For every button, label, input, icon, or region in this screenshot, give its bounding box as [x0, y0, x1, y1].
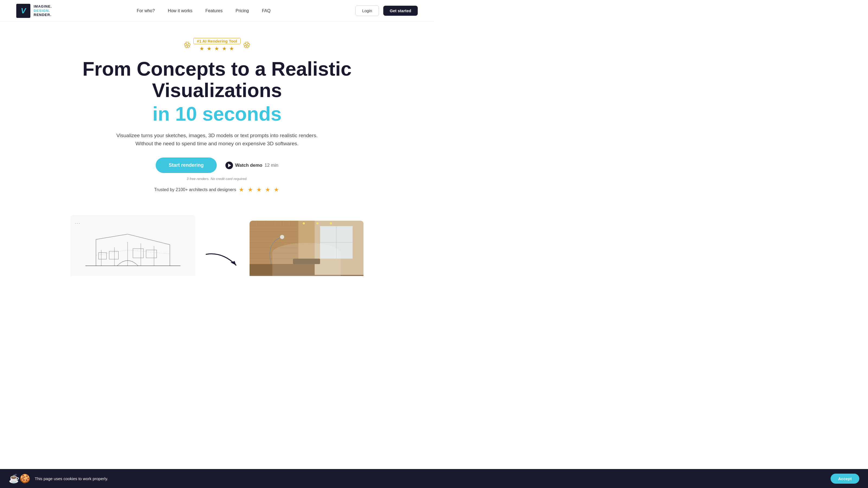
navbar: V IMAGINE. DESIGN. RENDER. For who? How … [0, 0, 434, 22]
trust-line: Trusted by 2100+ architects and designer… [154, 186, 280, 193]
nav-features[interactable]: Features [205, 8, 222, 13]
logo[interactable]: V IMAGINE. DESIGN. RENDER. [16, 4, 52, 18]
nav-pricing[interactable]: Pricing [236, 8, 249, 13]
svg-line-3 [128, 234, 170, 245]
interior-render-svg [250, 221, 364, 275]
svg-rect-12 [133, 249, 144, 258]
hero-desc-line1: Visualizee turns your sketches, images, … [116, 133, 318, 138]
svg-point-38 [303, 222, 305, 225]
watch-demo-label: Watch demo [235, 163, 262, 168]
showcase-section: ... [0, 204, 434, 276]
nav-how-it-works[interactable]: How it works [168, 8, 193, 13]
svg-marker-16 [230, 261, 236, 265]
award-badge: 🏵 #1 AI Rendering Tool ★ ★ ★ ★ ★ 🏵 [184, 38, 250, 52]
svg-point-41 [280, 235, 284, 239]
watch-demo-button[interactable]: Watch demo 12 min [225, 162, 278, 169]
curved-arrow-svg [201, 249, 244, 270]
svg-line-15 [128, 250, 170, 254]
svg-point-39 [316, 222, 318, 225]
nav-links: For who? How it works Features Pricing F… [137, 8, 271, 13]
sketch-panel: ... [70, 215, 195, 276]
hero-description: Visualizee turns your sketches, images, … [116, 131, 318, 148]
sketch-area [75, 228, 191, 272]
badge-title: #1 AI Rendering Tool [193, 38, 241, 44]
login-button[interactable]: Login [355, 5, 379, 16]
svg-rect-10 [99, 253, 106, 259]
trust-stars: ★ ★ ★ ★ ★ [239, 186, 280, 193]
svg-rect-11 [109, 251, 118, 259]
nav-actions: Login Get started [355, 5, 418, 16]
logo-imagine: IMAGINE. [34, 4, 52, 9]
render-panel [250, 221, 364, 276]
laurel-left-icon: 🏵 [184, 40, 191, 50]
hero-desc-line2: Without the need to spend time and money… [135, 141, 299, 147]
hero-cta: Start rendering Watch demo 12 min [156, 158, 279, 173]
hero-section: 🏵 #1 AI Rendering Tool ★ ★ ★ ★ ★ 🏵 From … [0, 22, 434, 204]
svg-point-40 [330, 222, 332, 225]
logo-render: RENDER. [34, 13, 52, 17]
play-icon [225, 162, 233, 169]
logo-icon: V [16, 4, 30, 18]
svg-rect-42 [293, 259, 320, 264]
nav-faq[interactable]: FAQ [262, 8, 271, 13]
trust-text: Trusted by 2100+ architects and designer… [154, 187, 236, 192]
hero-subtitle: in 10 seconds [152, 103, 282, 125]
nav-for-who[interactable]: For who? [137, 8, 155, 13]
get-started-button[interactable]: Get started [383, 6, 418, 16]
transformation-arrow-area [195, 249, 250, 276]
svg-line-2 [96, 234, 128, 239]
architectural-sketch [75, 228, 191, 272]
badge-content: #1 AI Rendering Tool ★ ★ ★ ★ ★ [193, 38, 241, 52]
free-renders-note: 3 free renders. No credit card required. [187, 177, 247, 181]
logo-design: DESIGN. [34, 9, 52, 13]
badge-stars: ★ ★ ★ ★ ★ [199, 45, 235, 52]
start-rendering-button[interactable]: Start rendering [156, 158, 217, 173]
logo-letter: V [21, 6, 26, 15]
logo-text: IMAGINE. DESIGN. RENDER. [34, 4, 52, 17]
room-render-image [250, 221, 364, 276]
watch-duration: 12 min [265, 163, 278, 168]
laurel-right-icon: 🏵 [243, 40, 250, 50]
svg-rect-13 [146, 250, 157, 258]
hero-title: From Concepts to a Realistic Visualizati… [68, 58, 366, 101]
dots-menu: ... [75, 219, 191, 225]
